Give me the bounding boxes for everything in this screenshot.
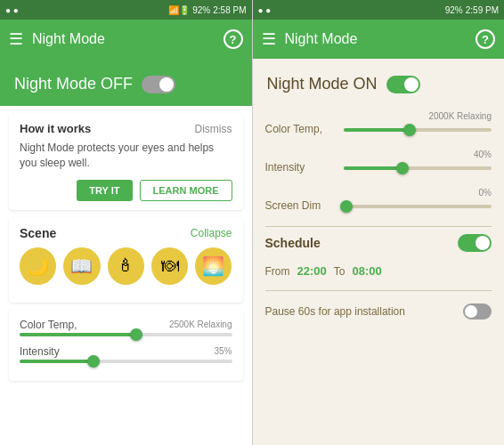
left-menu-icon[interactable]: ☰ xyxy=(9,31,23,47)
left-intensity-row: Intensity 35% xyxy=(20,345,232,363)
left-status-bar: ● ● 📶🔋 92% 2:58 PM xyxy=(0,0,252,20)
left-intensity-value: 35% xyxy=(214,346,232,356)
right-screen: ● ● 92% 2:59 PM ☰ Night Mode ? Night Mod… xyxy=(253,0,505,445)
right-help-button[interactable]: ? xyxy=(476,29,495,49)
how-it-works-header: How it works Dismiss xyxy=(20,122,232,135)
right-status-battery: 92% xyxy=(445,5,463,15)
right-screen-dim-thumb[interactable] xyxy=(340,200,353,213)
right-color-temp-thumb[interactable] xyxy=(403,124,416,136)
learn-more-button[interactable]: Learn More xyxy=(140,180,232,201)
left-status-battery: 92% xyxy=(192,5,210,15)
right-intensity-label: Intensity xyxy=(265,161,337,174)
scene-section: Scene Collapse 🌙 📖 🕯 🍽 🌅 xyxy=(9,217,243,303)
left-mode-title: Night Mode OFF xyxy=(14,75,133,93)
left-color-temp-value: 2500K Relaxing xyxy=(169,320,232,329)
left-status-time: 2:58 PM xyxy=(213,5,246,15)
right-screen-dim-value: 0% xyxy=(265,188,492,198)
scene-icon-moon[interactable]: 🌙 xyxy=(20,247,56,285)
from-label: From xyxy=(265,265,290,278)
right-screen-dim-label: Screen Dim xyxy=(265,199,337,212)
dismiss-link[interactable]: Dismiss xyxy=(195,123,232,135)
schedule-toggle[interactable] xyxy=(458,234,492,252)
right-intensity-thumb[interactable] xyxy=(396,162,409,174)
left-intensity-track[interactable] xyxy=(20,360,232,363)
right-status-time: 2:59 PM xyxy=(466,5,499,15)
right-color-temp-value: 2000K Relaxing xyxy=(265,111,492,121)
scene-icon-candle[interactable]: 🕯 xyxy=(108,247,144,285)
scene-icon-sunrise[interactable]: 🌅 xyxy=(195,247,232,285)
right-content: 2000K Relaxing Color Temp, 40% Intensity xyxy=(253,106,505,445)
left-status-icons-left: ● ● xyxy=(5,5,19,15)
to-label: To xyxy=(334,265,345,278)
left-content: How it works Dismiss Night Mode protects… xyxy=(0,106,252,445)
left-mode-header: Night Mode OFF xyxy=(0,59,252,106)
from-time[interactable]: 22:00 xyxy=(297,264,327,278)
left-help-button[interactable]: ? xyxy=(224,29,243,49)
right-screen-dim-row: 0% Screen Dim xyxy=(265,188,492,214)
right-intensity-row: 40% Intensity xyxy=(265,150,492,175)
pause-toggle[interactable] xyxy=(463,303,492,320)
right-screen-dim-track[interactable] xyxy=(344,205,492,208)
right-color-temp-label: Color Temp, xyxy=(265,123,337,135)
right-mode-title: Night Mode ON xyxy=(267,75,378,93)
right-color-temp-track[interactable] xyxy=(344,128,492,132)
left-app-title: Night Mode xyxy=(32,31,224,47)
schedule-times: From 22:00 To 08:00 xyxy=(265,259,492,283)
left-color-temp-fill xyxy=(20,333,136,336)
right-top-bar: ☰ Night Mode ? xyxy=(253,20,505,59)
right-mode-toggle[interactable] xyxy=(386,76,420,93)
left-status-icons: 📶🔋 xyxy=(168,5,190,15)
left-screen: ● ● 📶🔋 92% 2:58 PM ☰ Night Mode ? Night … xyxy=(0,0,253,445)
right-color-temp-fill xyxy=(344,128,411,132)
right-mode-header: Night Mode ON xyxy=(253,59,505,106)
scene-header: Scene Collapse xyxy=(20,226,232,240)
right-color-temp-row: 2000K Relaxing Color Temp, xyxy=(265,111,492,137)
left-mode-toggle[interactable] xyxy=(142,76,175,93)
left-sliders: Color Temp, 2500K Relaxing Intensity 35% xyxy=(9,310,243,381)
to-time[interactable]: 08:00 xyxy=(352,264,381,278)
try-it-button[interactable]: Try It xyxy=(77,180,132,201)
scene-title: Scene xyxy=(20,226,56,240)
left-intensity-fill xyxy=(20,360,93,363)
pause-label: Pause 60s for app installation xyxy=(265,305,464,318)
left-color-temp-thumb[interactable] xyxy=(130,328,142,341)
scene-icon-dining[interactable]: 🍽 xyxy=(151,247,188,285)
right-status-icons-left: ● ● xyxy=(258,5,272,15)
left-color-temp-row: Color Temp, 2500K Relaxing xyxy=(20,319,232,336)
how-it-works-title: How it works xyxy=(20,122,91,135)
right-intensity-value: 40% xyxy=(265,150,492,159)
left-intensity-label: Intensity xyxy=(20,345,60,358)
right-menu-icon[interactable]: ☰ xyxy=(262,31,276,47)
pause-row: Pause 60s for app installation xyxy=(265,298,492,325)
how-it-works-desc: Night Mode protects your eyes and helps … xyxy=(20,141,232,171)
collapse-link[interactable]: Collapse xyxy=(191,227,232,239)
right-intensity-fill xyxy=(344,166,403,170)
left-color-temp-track[interactable] xyxy=(20,333,232,336)
divider-1 xyxy=(265,226,492,227)
schedule-label: Schedule xyxy=(265,236,321,250)
right-app-title: Night Mode xyxy=(285,31,476,47)
left-intensity-thumb[interactable] xyxy=(87,355,100,368)
left-top-bar: ☰ Night Mode ? xyxy=(0,20,252,59)
divider-2 xyxy=(265,290,492,291)
right-status-bar: ● ● 92% 2:59 PM xyxy=(253,0,505,20)
how-it-works-card: How it works Dismiss Night Mode protects… xyxy=(9,113,243,210)
card-buttons: Try It Learn More xyxy=(20,180,232,201)
left-color-temp-label: Color Temp, xyxy=(20,319,77,331)
schedule-row: Schedule xyxy=(265,234,492,252)
right-intensity-track[interactable] xyxy=(344,166,492,170)
scene-icons-row: 🌙 📖 🕯 🍽 🌅 xyxy=(20,247,232,285)
scene-icon-read[interactable]: 📖 xyxy=(63,247,100,285)
